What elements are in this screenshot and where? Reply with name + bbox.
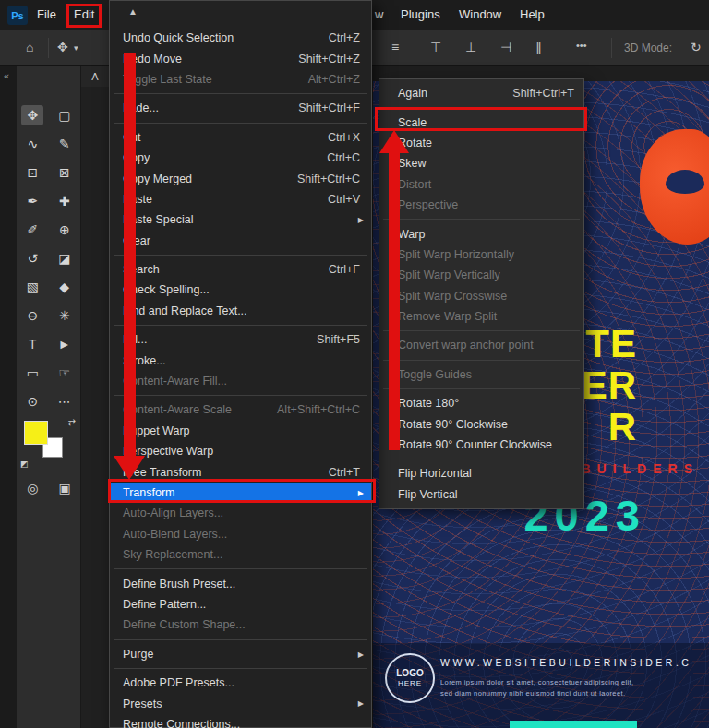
collapse-panels-icon[interactable]: « [4,70,9,81]
menu-item-find-and-replace-text[interactable]: Find and Replace Text... [110,301,371,321]
menu-item-paste-special[interactable]: Paste Special▶ [110,209,371,230]
submenu-item-split-warp-vertically[interactable]: Split Warp Vertically [379,265,583,285]
menu-item-define-custom-shape[interactable]: Define Custom Shape... [110,615,371,635]
submenu-item-remove-warp-split[interactable]: Remove Warp Split [379,306,583,327]
menu-item-paste[interactable]: PasteCtrl+V [110,189,371,209]
submenu-item-again[interactable]: AgainShift+Ctrl+T [379,83,583,103]
menu-item-perspective-warp[interactable]: Perspective Warp [110,441,371,461]
menu-item-auto-blend-layers[interactable]: Auto-Blend Layers... [110,524,371,544]
menubar-item-view-partial[interactable]: w [375,7,383,21]
submenu-item-rotate-180[interactable]: Rotate 180° [379,393,583,413]
align-edges-icon[interactable]: ≡ [391,40,399,54]
menu-item-define-pattern[interactable]: Define Pattern... [110,594,371,615]
screen-mode-icon[interactable]: ▣ [59,481,71,495]
menubar-item-plugins[interactable]: Plugins [401,7,440,21]
menu-item-copy-merged[interactable]: Copy MergedShift+Ctrl+C [110,168,371,188]
submenu-item-toggle-guides[interactable]: Toggle Guides [379,364,583,385]
align-top-icon[interactable]: ⊤ [430,40,441,54]
menu-item-content-aware-scale[interactable]: Content-Aware ScaleAlt+Shift+Ctrl+C [110,400,371,420]
history-brush-tool[interactable]: ↺ [21,248,43,269]
menu-item-puppet-warp[interactable]: Puppet Warp [110,421,371,441]
menu-item-define-brush-preset[interactable]: Define Brush Preset... [110,573,371,593]
submenu-item-rotate[interactable]: Rotate [379,133,583,153]
crop-tool[interactable]: ⊡ [21,162,43,183]
submenu-item-flip-horizontal[interactable]: Flip Horizontal [379,463,583,483]
eraser-tool[interactable]: ◪ [54,248,76,269]
submenu-item-split-warp-horizontally[interactable]: Split Warp Horizontally [379,245,583,265]
submenu-item-rotate-90-clockwise[interactable]: Rotate 90° Clockwise [379,413,583,434]
submenu-item-warp[interactable]: Warp [379,223,583,244]
menu-item-sky-replacement[interactable]: Sky Replacement... [110,544,371,565]
menu-separator [110,321,371,329]
menu-item-copy[interactable]: CopyCtrl+C [110,148,371,168]
rectangle-tool[interactable]: ▭ [21,363,43,383]
submenu-item-split-warp-crosswise[interactable]: Split Warp Crosswise [379,286,583,306]
distribute-vertical-icon[interactable]: ∥ [535,40,542,54]
document-tab[interactable]: A [81,66,109,87]
frame-tool[interactable]: ⊠ [54,162,76,183]
orbit-3d-icon[interactable]: ↻ [691,40,702,54]
menu-item-adobe-pdf-presets[interactable]: Adobe PDF Presets... [110,673,371,693]
brush-tool[interactable]: ✐ [21,220,43,240]
eyedropper-tool[interactable]: ✒ [21,191,43,211]
menu-scroll-up[interactable]: ▲ [110,1,371,28]
menubar-item-help[interactable]: Help [520,7,545,21]
smudge-tool[interactable]: ✳ [54,305,76,326]
menu-item-cut[interactable]: CutCtrl+X [110,127,371,148]
menu-item-content-aware-fill[interactable]: Content-Aware Fill... [110,371,371,391]
zoom-tool[interactable]: ⊙ [21,391,43,412]
menu-item-stroke[interactable]: Stroke... [110,350,371,370]
menu-item-fill[interactable]: Fill...Shift+F5 [110,329,371,350]
more-options-icon[interactable]: ••• [576,40,587,51]
submenu-item-perspective[interactable]: Perspective [379,195,583,215]
type-tool[interactable]: T [21,334,43,354]
poster-subheadline: BUILDERS [581,461,699,476]
menu-item-search[interactable]: SearchCtrl+F [110,259,371,280]
menu-item-auto-align-layers[interactable]: Auto-Align Layers... [110,503,371,523]
menu-item-redo-move[interactable]: Redo MoveShift+Ctrl+Z [110,48,371,68]
dodge-tool[interactable]: ⊖ [21,305,43,326]
submenu-item-distort[interactable]: Distort [379,174,583,195]
menu-item-clear[interactable]: Clear [110,231,371,251]
menubar-item-file[interactable]: File [37,7,56,21]
healing-brush-tool[interactable]: ✚ [54,191,76,211]
hand-tool[interactable]: ☞ [54,363,76,383]
submenu-item-skew[interactable]: Skew [379,153,583,173]
lasso-tool[interactable]: ∿ [21,134,43,154]
blur-tool[interactable]: ◆ [54,277,76,297]
foreground-color-swatch[interactable] [24,421,48,445]
quick-selection-tool[interactable]: ✎ [54,134,76,154]
submenu-item-rotate-90-counter-clockwise[interactable]: Rotate 90° Counter Clockwise [379,435,583,455]
options-divider [48,38,49,58]
poster-tagline-1: Lorem ipsum dolor sit amet, consectetuer… [440,678,634,686]
align-bottom-icon[interactable]: ⊥ [465,40,476,54]
swap-colors-icon[interactable]: ⇄ [68,417,76,427]
poster-teal-bar [510,721,637,728]
submenu-item-flip-vertical[interactable]: Flip Vertical [379,484,583,505]
menu-item-undo-quick-selection[interactable]: Undo Quick SelectionCtrl+Z [110,28,371,48]
submenu-arrow-icon: ▶ [358,216,364,224]
menu-item-purge[interactable]: Purge▶ [110,644,371,664]
path-selection-tool[interactable]: ► [54,334,76,354]
submenu-item-convert-warp-anchor-point[interactable]: Convert warp anchor point [379,335,583,355]
menu-item-toggle-last-state[interactable]: Toggle Last StateAlt+Ctrl+Z [110,69,371,90]
menu-item-fade[interactable]: Fade...Shift+Ctrl+F [110,98,371,118]
gradient-tool[interactable]: ▧ [21,277,43,297]
more-tools-icon[interactable]: ⋯ [54,391,76,412]
poster-tagline-2: sed diam nonummy nibh euismod tinci dunt… [440,689,625,698]
marquee-tool[interactable]: ▢ [54,105,76,125]
move-tool[interactable]: ✥ [21,105,43,125]
home-icon[interactable]: ⌂ [26,40,33,54]
menu-separator [110,664,371,673]
move-tool-preset-icon[interactable]: ✥ [57,40,68,54]
quick-mask-icon[interactable]: ◎ [27,481,38,495]
menu-item-check-spelling[interactable]: Check Spelling... [110,280,371,300]
default-colors-icon[interactable]: ◩ [20,459,29,469]
menu-item-remote-connections[interactable]: Remote Connections... [110,714,371,728]
menubar-item-window[interactable]: Window [459,7,501,21]
annotation-box-edit [66,4,102,28]
chevron-down-icon[interactable]: ▾ [74,43,78,53]
menu-item-presets[interactable]: Presets▶ [110,693,371,713]
distribute-icon[interactable]: ⊣ [500,40,511,54]
clone-stamp-tool[interactable]: ⊕ [54,220,76,240]
